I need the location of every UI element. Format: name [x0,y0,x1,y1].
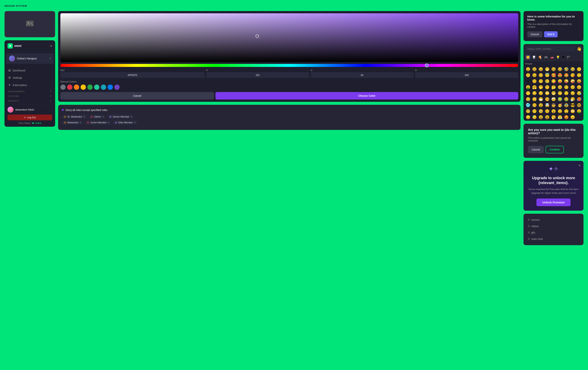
emoji-item[interactable]: 😙 [538,78,544,84]
emoji-item[interactable]: 🤠 [550,102,556,108]
emoji-item[interactable]: 🤮 [563,96,569,102]
emoji-item[interactable]: 😊 [538,72,544,78]
emoji-item[interactable]: 😓 [531,114,537,120]
emoji-item[interactable]: 🤣 [563,66,569,72]
emoji-item[interactable]: 🤐 [557,84,563,90]
server-selector[interactable]: Oslow's Hangout ▾ [6,53,54,64]
swatch-4[interactable] [87,84,93,90]
emoji-item[interactable]: 🤕 [550,96,556,102]
role-tag-elite-member[interactable]: @ Elite Member ✕ [113,120,138,125]
emoji-item[interactable]: 😉 [531,72,537,78]
emoji-item[interactable]: 🤭 [538,84,544,90]
emoji-item[interactable]: 😟 [544,108,550,114]
emoji-item[interactable]: 🙂 [576,66,582,72]
emoji-item[interactable]: 🤗 [531,84,537,90]
emoji-item[interactable]: 🥴 [531,102,537,108]
emoji-item[interactable]: 🥳 [557,102,563,108]
hex-input[interactable] [60,72,205,78]
emoji-cat-food[interactable]: 🍕 [537,55,543,60]
emoji-item[interactable]: 😜 [563,78,569,84]
choose-color-button[interactable]: Choose Color [215,92,518,100]
role-tag-senior-member[interactable]: @ Senior Member ✕ [107,114,134,119]
emoji-item[interactable]: 😏 [531,90,537,96]
emoji-item[interactable]: 😌 [563,90,569,96]
emoji-item[interactable]: 🤑 [576,108,582,114]
emoji-item[interactable]: 😇 [544,72,550,78]
role-tag-moderator[interactable]: @ Moderator ✕ [62,120,83,125]
emoji-item[interactable]: 🤤 [525,96,531,102]
emoji-item[interactable]: 😝 [576,78,582,84]
role-tag-admin[interactable]: @ Admin ✕ [88,114,106,119]
emoji-item[interactable]: 😍 [557,72,563,78]
emoji-item[interactable]: 😶 [525,90,531,96]
emoji-search-input[interactable] [525,46,575,52]
emoji-cat-flags[interactable]: 🏴 [566,55,571,60]
emoji-item[interactable]: 😄 [538,66,544,72]
emoji-item[interactable]: 😠 [570,114,576,120]
emoji-item[interactable]: 😁 [544,66,550,72]
role-remove-icon[interactable]: ✕ [134,121,136,124]
confirm-button[interactable]: Confirm [546,146,564,153]
emoji-item[interactable]: 😕 [531,108,537,114]
channel-item[interactable]: #main-chat [526,236,580,242]
emoji-item[interactable]: ☺ [525,78,531,84]
sidebar-item-dashboard[interactable]: ⊞ Dashboard [6,67,54,74]
emoji-item[interactable]: 😫 [544,114,550,120]
emoji-item[interactable]: 🤢 [557,96,563,102]
role-remove-icon[interactable]: ✕ [108,121,109,124]
hue-slider[interactable] [60,64,518,67]
emoji-item[interactable]: 🧐 [525,108,531,114]
emoji-item[interactable]: 🥰 [550,72,556,78]
emoji-item[interactable]: 🥶 [525,102,531,108]
role-tag-junior-member[interactable]: @ Junior Member ✕ [85,120,111,125]
g-input[interactable] [311,72,414,78]
color-picker-cancel-button[interactable]: Cancel [60,92,214,100]
swatch-7[interactable] [108,84,113,90]
color-canvas[interactable] [60,13,518,62]
role-remove-icon[interactable]: ✕ [102,115,104,118]
emoji-item[interactable]: 🤓 [576,102,582,108]
channel-item[interactable]: #memes [526,217,580,223]
emoji-item[interactable]: 🥺 [538,108,544,114]
emoji-item[interactable]: 🤧 [570,96,576,102]
channel-item[interactable]: #videos [526,223,580,229]
confirm-cancel-button[interactable]: Cancel [528,146,544,153]
section-insights[interactable]: INSIGHTS ▾ [6,98,54,103]
swatch-2[interactable] [74,84,79,90]
emoji-item[interactable]: 😞 [525,114,531,120]
emoji-cat-symbols[interactable]: ❤ [561,55,565,60]
emoji-item[interactable]: 😮 [550,108,556,114]
emoji-item[interactable]: 😲 [563,108,569,114]
r-input[interactable] [206,72,309,78]
unlock-premium-button[interactable]: Unlock Premium [536,198,571,206]
emoji-item[interactable]: 😗 [576,72,582,78]
emoji-item[interactable]: 😬 [550,90,556,96]
emoji-item[interactable]: 🤥 [557,90,563,96]
emoji-item[interactable]: 😚 [531,78,537,84]
emoji-cat-activity[interactable]: 🎮 [543,55,549,60]
sidebar-logout-top-icon[interactable]: ⇥ [49,44,52,48]
emoji-item[interactable]: 😵 [538,102,544,108]
emoji-item[interactable]: 🤫 [544,84,550,90]
section-utilities[interactable]: UTILITIES ▾ [6,93,54,98]
emoji-cat-people[interactable]: 😊 [525,55,531,60]
emoji-item[interactable]: 😋 [550,78,556,84]
emoji-item[interactable]: 🙃 [525,72,531,78]
role-remove-icon[interactable]: ✕ [83,115,85,118]
emoji-item[interactable]: 😔 [570,90,576,96]
emoji-item[interactable]: 🤩 [563,72,569,78]
emoji-item[interactable]: 😡 [563,114,569,120]
emoji-item[interactable]: 🤨 [563,84,569,90]
emoji-item[interactable]: 😑 [576,84,582,90]
emoji-item[interactable]: 🙄 [544,90,550,96]
emoji-cat-objects[interactable]: 💡 [555,55,561,60]
emoji-item[interactable]: 😘 [570,72,576,78]
swatch-5[interactable] [94,84,99,90]
emoji-item[interactable]: 🤯 [544,102,550,108]
swatch-0[interactable] [60,84,66,90]
b-input[interactable] [415,72,518,78]
sidebar-item-settings[interactable]: ⚙ Settings [6,74,54,81]
emoji-item[interactable]: 😐 [570,84,576,90]
upgrade-close-button[interactable]: ✕ [578,164,581,168]
emoji-item[interactable]: 😤 [557,114,563,120]
